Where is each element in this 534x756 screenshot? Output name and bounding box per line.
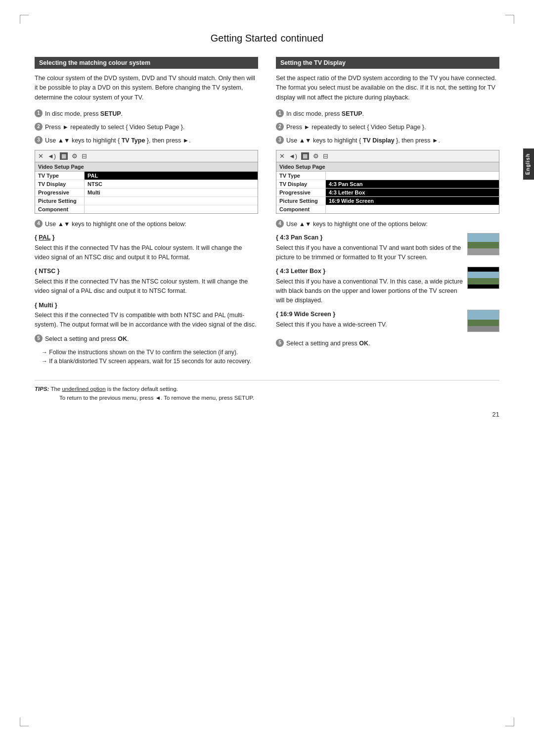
right-table-label-progressive: Progressive — [276, 189, 326, 196]
left-step-1: 1 In disc mode, press SETUP. — [35, 109, 258, 119]
table-value-picture — [85, 197, 258, 205]
table-value-tvtype: PAL — [85, 172, 258, 180]
table-value-component — [85, 205, 258, 213]
multi-option: { Multi } Select this if the connected T… — [35, 301, 258, 330]
icon-video-active: ▦ — [60, 152, 68, 160]
right-step-2-content: Press ► repeatedly to select { Video Set… — [286, 123, 499, 132]
icon-gear: ⚙ — [72, 152, 78, 160]
pan-scan-title: { 4:3 Pan Scan } — [276, 233, 499, 242]
table-title-left: Video Setup Page — [35, 162, 258, 172]
table-row-tvdisplay: TV Display NTSC — [35, 180, 258, 189]
step-2-content: Press ► repeatedly to select { Video Set… — [45, 123, 258, 132]
table-icon-bar: ✕ ◄) ▦ ⚙ ⊟ — [35, 150, 258, 162]
wide-screen-thumbnail — [467, 310, 499, 332]
right-table-label-tvdisplay: TV Display — [276, 180, 326, 188]
table-row-progressive: Progressive Multi — [35, 189, 258, 197]
right-table-row-component: Component — [276, 205, 499, 213]
step-1-number: 1 — [35, 109, 43, 117]
right-table-row-picture: Picture Setting 16:9 Wide Screen — [276, 197, 499, 205]
table-value-tvdisplay: NTSC — [85, 180, 258, 188]
right-step-1-number: 1 — [276, 109, 284, 117]
right-step-5: 5 Select a setting and press OK. — [276, 339, 499, 348]
left-step-3: 3 Use ▲▼ keys to highlight { TV Type }, … — [35, 136, 258, 145]
left-section-heading: Selecting the matching colour system — [35, 57, 258, 69]
pan-scan-text: Select this if you have a conventional T… — [276, 243, 499, 262]
tips-line2: To return to the previous menu, press ◄.… — [59, 395, 254, 401]
step-5-content: Select a setting and press OK. — [45, 334, 258, 344]
right-table-value-component — [326, 205, 499, 213]
title-main: Getting Started — [211, 33, 277, 44]
language-tab: English — [523, 148, 534, 180]
left-setup-table: ✕ ◄) ▦ ⚙ ⊟ Video Setup Page TV Type PAL … — [35, 150, 258, 214]
icon-menu: ⊟ — [82, 152, 87, 160]
multi-text: Select this if the connected TV is compa… — [35, 311, 258, 330]
step-1-content: In disc mode, press SETUP. — [45, 109, 258, 119]
left-column: Selecting the matching colour system The… — [35, 57, 258, 366]
pan-scan-option: { 4:3 Pan Scan } Select this if you have… — [276, 233, 499, 262]
ntsc-text: Select this if the connected TV has the … — [35, 277, 258, 296]
right-step-4: 4 Use ▲▼ keys to highlight one of the op… — [276, 220, 499, 229]
table-row-component: Component — [35, 205, 258, 213]
ntsc-title: { NTSC } — [35, 267, 258, 276]
tips-line1-post: is the factory default setting. — [106, 386, 178, 392]
page-container: English Getting Started continued Select… — [0, 0, 534, 756]
table-row-tvtype: TV Type PAL — [35, 172, 258, 180]
pan-scan-image — [468, 234, 499, 255]
right-step-3-number: 3 — [276, 136, 284, 144]
wide-screen-title: { 16:9 Wide Screen } — [276, 310, 499, 319]
step-3-content: Use ▲▼ keys to highlight { TV Type }, th… — [45, 136, 258, 145]
table-label-tvdisplay: TV Display — [35, 180, 85, 188]
title-suffix: continued — [281, 33, 324, 44]
right-step-5-content: Select a setting and press OK. — [286, 339, 499, 348]
table-label-picture: Picture Setting — [35, 197, 85, 205]
right-step-5-number: 5 — [276, 339, 284, 347]
right-column: Setting the TV Display Set the aspect ra… — [276, 57, 499, 366]
left-step-5-bullet2: If a blank/distorted TV screen appears, … — [42, 357, 258, 366]
right-table-value-tvdisplay: 4:3 Pan Scan — [326, 180, 499, 188]
right-step-1-content: In disc mode, press SETUP. — [286, 109, 499, 119]
letter-box-thumbnail — [467, 267, 499, 289]
wide-screen-option: { 16:9 Wide Screen } Select this if you … — [276, 310, 499, 334]
right-table-label-component: Component — [276, 205, 326, 213]
letter-box-image — [468, 267, 499, 288]
right-section-intro: Set the aspect ratio of the DVD system a… — [276, 74, 499, 102]
tips-line1-pre: The — [50, 386, 62, 392]
tips-box: TIPS: The underlined option is the facto… — [35, 380, 499, 403]
right-icon-video-active: ▦ — [301, 152, 309, 160]
right-table-row-progressive: Progressive 4:3 Letter Box — [276, 189, 499, 197]
wide-screen-image — [468, 310, 499, 331]
right-icon-x: ✕ — [279, 152, 285, 160]
right-step-1: 1 In disc mode, press SETUP. — [276, 109, 499, 119]
step-2-number: 2 — [35, 123, 43, 131]
pan-scan-thumbnail — [467, 233, 499, 255]
table-label-progressive: Progressive — [35, 189, 85, 196]
wide-screen-text: Select this if you have a wide-screen TV… — [276, 320, 499, 330]
two-column-layout: Selecting the matching colour system The… — [35, 57, 499, 366]
ntsc-option: { NTSC } Select this if the connected TV… — [35, 267, 258, 295]
right-step-4-content: Use ▲▼ keys to highlight one of the opti… — [286, 220, 499, 229]
pal-option: { PAL } Select this if the connected TV … — [35, 233, 258, 262]
right-table-row-tvtype: TV Type — [276, 172, 499, 180]
right-table-title: Video Setup Page — [276, 162, 499, 172]
right-table-value-picture: 16:9 Wide Screen — [326, 197, 499, 205]
right-table-value-tvtype — [326, 172, 499, 180]
right-step-4-number: 4 — [276, 220, 284, 228]
right-table-label-tvtype: TV Type — [276, 172, 326, 180]
step-5-number: 5 — [35, 334, 43, 342]
letter-box-option: { 4:3 Letter Box } Select this if you ha… — [276, 267, 499, 305]
right-step-2-number: 2 — [276, 123, 284, 131]
right-step-3: 3 Use ▲▼ keys to highlight { TV Display … — [276, 136, 499, 145]
step-4-content: Use ▲▼ keys to highlight one of the opti… — [45, 220, 258, 229]
left-step-5: 5 Select a setting and press OK. — [35, 334, 258, 344]
corner-mark-bl — [20, 717, 29, 726]
left-step-5-bullet1: Follow the instructions shown on the TV … — [42, 348, 258, 357]
tips-label: TIPS: — [35, 386, 49, 392]
tips-underline: underlined option — [62, 386, 105, 392]
right-table-label-picture: Picture Setting — [276, 197, 326, 205]
pal-text: Select this if the connected TV has the … — [35, 243, 258, 262]
table-label-tvtype: TV Type — [35, 172, 85, 180]
icon-speaker: ◄) — [47, 152, 56, 160]
page-number: 21 — [35, 411, 499, 418]
page-title: Getting Started continued — [35, 30, 499, 45]
right-icon-gear: ⚙ — [313, 152, 319, 160]
